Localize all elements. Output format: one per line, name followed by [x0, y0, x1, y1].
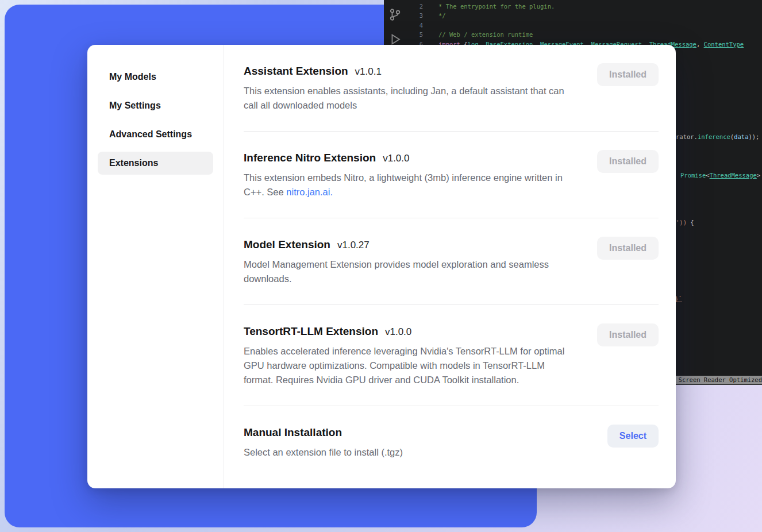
line-number: 5: [406, 30, 429, 39]
extension-version: v1.0.1: [355, 66, 382, 77]
installed-button[interactable]: Installed: [597, 237, 659, 260]
code-token: ContentType: [704, 41, 744, 48]
extension-section: TensortRT-LLM Extensionv1.0.0Enables acc…: [244, 305, 659, 406]
extension-section: Inference Nitro Extensionv1.0.0This exte…: [244, 132, 659, 218]
extension-section: Manual InstallationSelect an extension f…: [244, 406, 659, 478]
line-number: 2: [406, 2, 429, 11]
line-number: 4: [406, 21, 429, 30]
sidebar-item-my-models[interactable]: My Models: [98, 65, 213, 88]
extensions-list: Assistant Extensionv1.0.1This extension …: [224, 45, 676, 488]
extension-text: Model Extensionv1.0.27Model Management E…: [244, 237, 576, 286]
select-button[interactable]: Select: [607, 425, 659, 448]
settings-modal: My ModelsMy SettingsAdvanced SettingsExt…: [87, 45, 676, 488]
installed-button[interactable]: Installed: [597, 323, 659, 346]
screen-reader-badge[interactable]: Screen Reader Optimized: [674, 376, 762, 384]
extension-section: Model Extensionv1.0.27Model Management E…: [244, 218, 659, 305]
extension-description: This extension embeds Nitro, a lightweig…: [244, 171, 576, 199]
code-line: 4: [406, 21, 762, 30]
code-token: // Web / extension runtime: [438, 31, 533, 38]
extension-version: v1.0.0: [383, 153, 409, 164]
code-token: ThreadMessage: [710, 172, 757, 179]
extension-title: Inference Nitro Extension: [244, 152, 376, 164]
extension-text: Manual InstallationSelect an extension f…: [244, 425, 576, 460]
extension-title: TensortRT-LLM Extension: [244, 325, 378, 337]
code-token: data: [734, 133, 748, 140]
extension-text: Inference Nitro Extensionv1.0.0This exte…: [244, 150, 576, 199]
installed-button[interactable]: Installed: [597, 150, 659, 173]
extension-version: v1.0.27: [337, 240, 370, 250]
code-token: ')): [676, 219, 687, 226]
code-token: * The entrypoint for the plugin.: [438, 3, 555, 10]
extension-version: v1.0.0: [385, 326, 411, 337]
code-lines: 2 * The entrypoint for the plugin.3 */45…: [406, 2, 762, 49]
code-token: */: [438, 12, 446, 19]
extension-title: Assistant Extension: [244, 65, 348, 77]
code-fragment: Promise<ThreadMessage>: [680, 171, 760, 180]
code-token: inference: [698, 133, 730, 140]
sidebar-item-advanced-settings[interactable]: Advanced Settings: [98, 123, 213, 146]
extension-section: Assistant Extensionv1.0.1This extension …: [244, 45, 659, 132]
code-token: rator.: [676, 133, 698, 140]
sidebar-item-extensions[interactable]: Extensions: [98, 152, 213, 175]
extension-description: Model Management Extension provides mode…: [244, 257, 576, 286]
code-fragment: ')) {: [676, 218, 694, 227]
code-fragment: rator.inference(data));: [676, 132, 759, 141]
source-control-icon[interactable]: [388, 8, 402, 22]
installed-button[interactable]: Installed: [597, 63, 659, 86]
page-background: 2 * The entrypoint for the plugin.3 */45…: [0, 0, 762, 532]
code-token: >: [757, 172, 760, 179]
sidebar-item-my-settings[interactable]: My Settings: [98, 94, 213, 117]
extension-title: Model Extension: [244, 238, 330, 250]
settings-sidebar: My ModelsMy SettingsAdvanced SettingsExt…: [87, 45, 224, 488]
nitro-jan-ai-link[interactable]: nitro.jan.ai.: [286, 187, 333, 197]
code-token: ));: [748, 133, 759, 140]
extension-description: This extension enables assistants, inclu…: [244, 84, 576, 113]
extension-text: Assistant Extensionv1.0.1This extension …: [244, 63, 576, 113]
extension-description: Select an extension file to install (.tg…: [244, 445, 576, 460]
line-number: 3: [406, 11, 429, 20]
extension-title: Manual Installation: [244, 426, 342, 438]
code-token: {: [687, 219, 694, 226]
code-line: 5// Web / extension runtime: [406, 30, 762, 39]
code-line: 2 * The entrypoint for the plugin.: [406, 2, 762, 11]
extension-description: Enables accelerated inference leveraging…: [244, 344, 576, 387]
code-line: 3 */: [406, 11, 762, 20]
code-token: ,: [696, 41, 704, 48]
code-token: Promise: [680, 172, 706, 179]
extension-text: TensortRT-LLM Extensionv1.0.0Enables acc…: [244, 323, 576, 387]
